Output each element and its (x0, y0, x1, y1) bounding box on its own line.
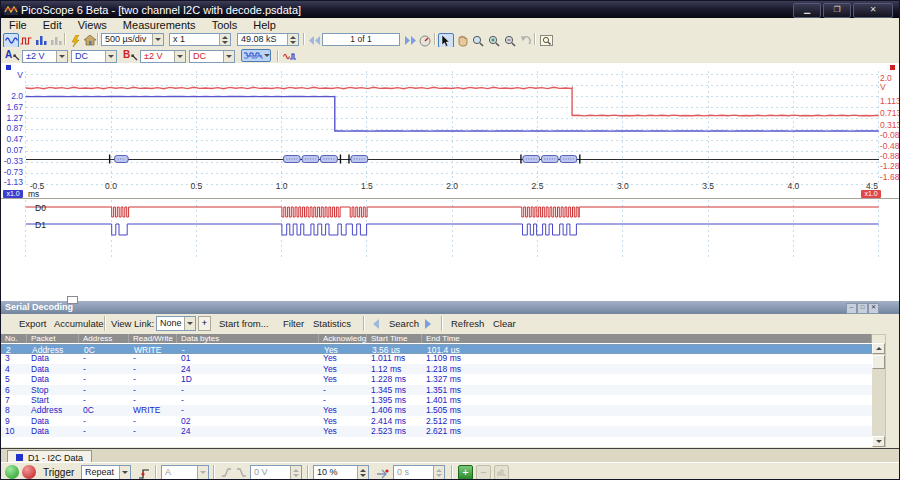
marquee-zoom-button[interactable] (470, 33, 486, 48)
search-previous-icon[interactable] (373, 319, 379, 329)
table-row[interactable]: 5Data--1DYes1.228 ms1.327 ms (1, 374, 872, 384)
panel-maximize-button[interactable]: □ (857, 303, 868, 314)
left-zoom-badge[interactable]: x1.0 (3, 190, 23, 198)
home-button[interactable] (82, 33, 98, 48)
accumulate-button[interactable]: Accumulate (54, 316, 104, 331)
table-row[interactable]: 3Data--01Yes1.011 ms1.109 ms (1, 353, 872, 363)
column-header-end-time[interactable]: End Time (422, 334, 872, 343)
hand-tool-button[interactable] (454, 33, 470, 48)
table-cell: Data (27, 426, 79, 436)
filter-button[interactable]: Filter (283, 316, 304, 331)
scope-view-button[interactable] (3, 33, 19, 48)
column-header-no-[interactable]: No. (1, 334, 27, 343)
export-button[interactable]: Export (19, 316, 46, 331)
digital-channels-button[interactable] (241, 49, 271, 62)
table-row[interactable]: 6Stop----1.345 ms1.351 ms (1, 385, 872, 395)
add-measurement-button[interactable]: + (458, 465, 473, 480)
pointer-tool-button[interactable] (438, 33, 454, 48)
zoom-overview-button[interactable] (538, 33, 554, 48)
table-cell: Yes (319, 405, 367, 415)
table-row[interactable]: 4Data--24Yes1.12 ms1.218 ms (1, 364, 872, 374)
buffer-overview-button[interactable] (417, 33, 433, 48)
search-next-icon[interactable] (425, 319, 431, 329)
table-row[interactable]: 9Data--02Yes2.414 ms2.512 ms (1, 416, 872, 426)
search-button[interactable]: Search (389, 316, 419, 331)
menu-item-file[interactable]: File (1, 19, 35, 31)
column-header-packet[interactable]: Packet (27, 334, 79, 343)
table-cell: 2.621 ms (422, 426, 872, 436)
column-header-address[interactable]: Address (79, 334, 129, 343)
xy-view-button[interactable] (48, 33, 64, 48)
table-cell: Yes (319, 416, 367, 426)
column-header-read-write[interactable]: Read/Write (129, 334, 177, 343)
menu-item-edit[interactable]: Edit (35, 19, 70, 31)
trigger-mode-select[interactable]: Repeat (81, 465, 131, 480)
trigger-edge-icon[interactable] (135, 465, 153, 480)
refresh-button[interactable]: Refresh (451, 316, 484, 331)
link-select[interactable]: None (156, 316, 196, 331)
stop-capture-button[interactable] (22, 465, 36, 479)
scope-view[interactable]: V 2.01.671.270.870.470.07-0.33-0.73-1.13… (1, 63, 900, 301)
serial-decoding-panel-title[interactable]: Serial Decoding (1, 301, 900, 314)
auto-setup-button[interactable] (67, 33, 83, 48)
next-buffer-button[interactable] (402, 33, 418, 48)
table-cell: 24 (177, 364, 319, 374)
splitter-grip[interactable] (67, 296, 78, 304)
digital-channel-label: D0 (35, 204, 46, 212)
minimize-button[interactable]: ▁ (793, 3, 821, 18)
table-cell: - (129, 395, 177, 405)
menu-item-help[interactable]: Help (245, 19, 284, 31)
right-zoom-badge[interactable]: x1.0 (861, 190, 881, 198)
start-from-button[interactable]: Start from... (219, 316, 269, 331)
table-row[interactable]: 2Address0CWRITE-Yes3.56 µs101.4 µs (1, 344, 872, 354)
scroll-up-button[interactable] (872, 343, 885, 354)
trigger-time-marker-icon[interactable] (373, 465, 391, 480)
samples-spinner[interactable]: 49.08 kS (237, 33, 299, 46)
table-cell: 2 (2, 345, 28, 353)
channel-a-range-select[interactable]: ±2 V (22, 50, 68, 63)
zoom-factor-spinner[interactable]: x 1 (169, 33, 231, 46)
table-cell: 2.523 ms (367, 426, 422, 436)
menu-item-measurements[interactable]: Measurements (115, 19, 204, 31)
start-capture-button[interactable] (5, 465, 19, 479)
zoom-in-button[interactable] (486, 33, 502, 48)
left-axis-tick: 0.07 (1, 146, 23, 154)
menu-item-views[interactable]: Views (70, 19, 115, 31)
table-cell: 10 (1, 426, 27, 436)
add-link-button[interactable]: + (198, 316, 211, 331)
zoom-out-button[interactable] (502, 33, 518, 48)
spectrum-view-button[interactable] (33, 33, 49, 48)
close-button[interactable]: ✕ (853, 3, 893, 18)
channel-b-range-select[interactable]: ±2 V (140, 50, 186, 63)
timebase-select[interactable]: 500 µs/div (101, 33, 164, 46)
pretrigger-spinner[interactable]: 10 % (313, 465, 369, 480)
undo-zoom-button[interactable] (518, 33, 534, 48)
table-cell: Data (27, 364, 79, 374)
menu-item-tools[interactable]: Tools (204, 19, 246, 31)
signal-generator-button[interactable] (282, 49, 298, 64)
table-cell: - (129, 426, 177, 436)
table-row[interactable]: 7Start----1.395 ms1.401 ms (1, 395, 872, 405)
view-button[interactable]: View (111, 316, 131, 331)
column-header-acknowledge[interactable]: Acknowledge (319, 334, 367, 343)
column-header-data-bytes[interactable]: Data bytes (177, 334, 319, 343)
panel-close-button[interactable]: ✕ (868, 303, 879, 314)
scroll-thumb[interactable] (872, 355, 885, 369)
restore-button[interactable]: ❐ (823, 3, 851, 18)
table-row[interactable]: 8Address0CWRITE-Yes1.406 ms1.505 ms (1, 405, 872, 415)
panel-minimize-button[interactable]: – (846, 303, 857, 314)
channel-a-coupling-select[interactable]: DC (71, 50, 117, 63)
channel-b-coupling-select[interactable]: DC (189, 50, 235, 63)
column-header-start-time[interactable]: Start Time (367, 334, 422, 343)
table-row[interactable]: 10Data--24Yes2.523 ms2.621 ms (1, 426, 872, 436)
clear-button[interactable]: Clear (493, 316, 516, 331)
scroll-down-button[interactable] (872, 436, 885, 447)
channels-toolbar: A ±2 V DC B ±2 V DC (1, 47, 900, 64)
statistics-button[interactable]: Statistics (313, 316, 351, 331)
previous-buffer-button[interactable] (306, 33, 322, 48)
view-tab-bar: D1 - I2C Data (1, 448, 900, 463)
x-axis-tick: 3.5 (693, 182, 723, 190)
table-cell: 8 (1, 405, 27, 415)
left-axis-tick: -0.33 (1, 157, 23, 165)
persistence-view-button[interactable] (18, 33, 34, 48)
